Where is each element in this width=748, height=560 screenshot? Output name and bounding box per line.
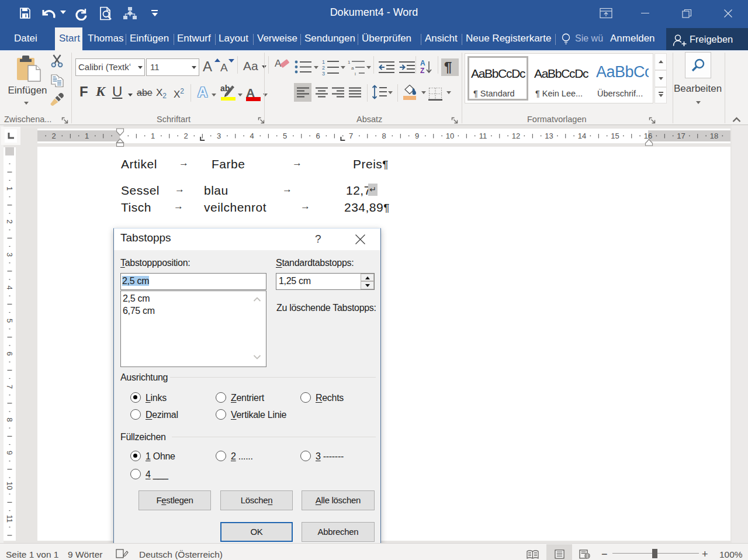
svg-text:3: 3 xyxy=(322,71,325,75)
svg-text:i: i xyxy=(355,71,356,75)
svg-text:A: A xyxy=(420,59,425,67)
svg-text:1: 1 xyxy=(348,60,351,65)
svg-text:1: 1 xyxy=(322,59,325,65)
svg-text:2: 2 xyxy=(322,65,325,71)
svg-text:a: a xyxy=(351,65,354,71)
svg-text:Z: Z xyxy=(420,67,424,75)
